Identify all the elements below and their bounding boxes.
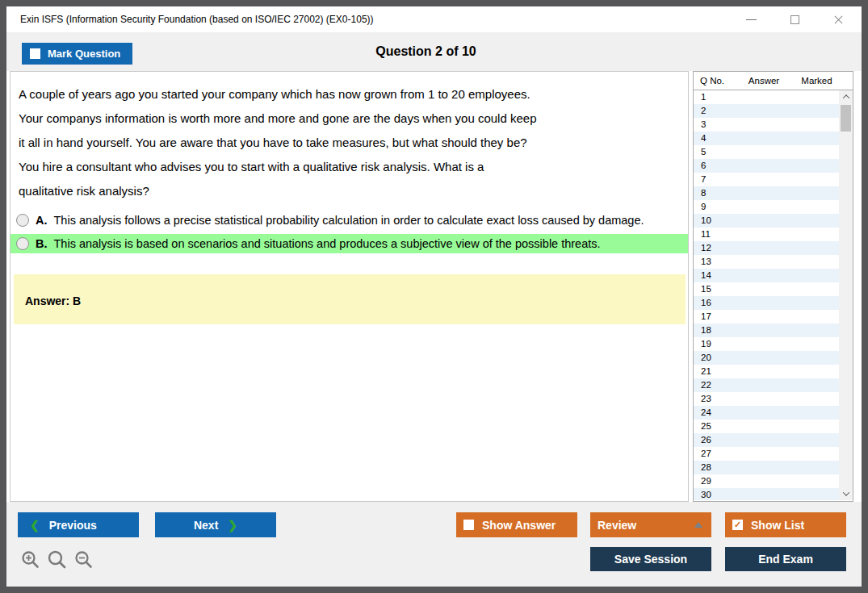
option-letter: B. <box>36 237 48 250</box>
qlist-row[interactable]: 23 <box>694 392 839 406</box>
option-text: This analysis is based on scenarios and … <box>54 237 601 250</box>
qlist-row[interactable]: 22 <box>694 378 839 392</box>
qlist-row[interactable]: 29 <box>694 474 839 488</box>
qr-answer <box>736 406 792 420</box>
radio-button-icon[interactable] <box>16 214 29 227</box>
qlist-row[interactable]: 13 <box>694 255 839 269</box>
close-icon <box>833 15 844 25</box>
mark-question-button[interactable]: Mark Question <box>22 43 132 65</box>
qlist-row[interactable]: 15 <box>694 282 839 296</box>
maximize-icon <box>790 15 799 24</box>
qr-marked <box>792 406 839 420</box>
show-list-checkbox[interactable] <box>732 520 743 530</box>
bottom-bar: ❮ Previous Next ❯ Show Answer Review Sho… <box>6 502 862 587</box>
qr-answer <box>736 145 792 159</box>
review-button[interactable]: Review <box>590 512 711 537</box>
qr-answer <box>736 255 792 269</box>
qlist-row[interactable]: 16 <box>694 296 839 310</box>
qr-marked <box>792 159 839 173</box>
qlist-row[interactable]: 26 <box>694 433 839 447</box>
qlist-scrollbar[interactable] <box>839 90 853 500</box>
qr-marked <box>792 296 839 310</box>
answer-text: Answer: B <box>25 294 81 307</box>
save-session-button[interactable]: Save Session <box>590 547 711 571</box>
qlist-row[interactable]: 14 <box>694 269 839 282</box>
next-button[interactable]: Next ❯ <box>155 512 276 537</box>
minimize-icon <box>746 19 757 20</box>
qr-marked <box>792 173 839 186</box>
maximize-button[interactable] <box>782 10 807 29</box>
qlist-row[interactable]: 28 <box>694 461 839 474</box>
close-button[interactable] <box>826 10 850 29</box>
scroll-up-button[interactable] <box>839 90 853 103</box>
column-header-marked: Marked <box>792 76 853 86</box>
qlist-row[interactable]: 20 <box>694 351 839 365</box>
qlist-row[interactable]: 17 <box>694 310 839 324</box>
qr-no: 1 <box>694 90 736 104</box>
end-exam-button[interactable]: End Exam <box>725 547 846 571</box>
qlist-row[interactable]: 12 <box>694 241 839 255</box>
minimize-button[interactable] <box>739 10 763 29</box>
qr-no: 28 <box>694 461 736 474</box>
qr-marked <box>792 145 839 159</box>
qr-marked <box>792 378 839 392</box>
qr-answer <box>736 296 792 310</box>
qr-no: 5 <box>694 145 736 159</box>
qr-no: 10 <box>694 214 736 228</box>
qlist-row[interactable]: 1 <box>694 90 839 104</box>
qr-marked <box>792 200 839 214</box>
scroll-down-button[interactable] <box>839 487 853 500</box>
scrollbar-thumb[interactable] <box>841 105 851 132</box>
option-text: This analysis follows a precise statisti… <box>54 214 644 227</box>
qlist-row[interactable]: 21 <box>694 365 839 378</box>
qr-no: 2 <box>694 104 736 118</box>
qlist-row[interactable]: 8 <box>694 186 839 200</box>
qr-no: 22 <box>694 378 736 392</box>
radio-button-icon[interactable] <box>16 237 29 250</box>
qr-answer <box>736 269 792 282</box>
show-list-button[interactable]: Show List <box>725 512 846 537</box>
qlist-row[interactable]: 27 <box>694 447 839 461</box>
qlist-row[interactable]: 4 <box>694 132 839 145</box>
qlist-row[interactable]: 11 <box>694 228 839 241</box>
mark-question-checkbox[interactable] <box>30 48 40 59</box>
review-label: Review <box>598 519 636 532</box>
qr-marked <box>792 392 839 406</box>
option-row[interactable]: A.This analysis follows a precise statis… <box>10 211 688 230</box>
save-session-label: Save Session <box>614 553 687 566</box>
qr-answer <box>736 378 792 392</box>
qlist-row[interactable]: 7 <box>694 173 839 186</box>
option-row[interactable]: B.This analysis is based on scenarios an… <box>10 234 688 253</box>
qlist-row[interactable]: 24 <box>694 406 839 420</box>
qr-no: 4 <box>694 132 736 145</box>
show-answer-button[interactable]: Show Answer <box>456 512 577 537</box>
zoom-in-icon[interactable] <box>20 549 41 570</box>
qr-marked <box>792 310 839 324</box>
previous-label: Previous <box>49 519 97 532</box>
qlist-row[interactable]: 30 <box>694 488 839 500</box>
qlist-row[interactable]: 3 <box>694 118 839 132</box>
qr-answer <box>736 159 792 173</box>
qr-answer <box>736 186 792 200</box>
qlist-row[interactable]: 5 <box>694 145 839 159</box>
column-header-qno: Q No. <box>694 76 736 86</box>
question-lines: A couple of years ago you started your c… <box>10 72 688 203</box>
qr-answer <box>736 228 792 241</box>
qlist-row[interactable]: 2 <box>694 104 839 118</box>
qlist-row[interactable]: 6 <box>694 159 839 173</box>
qlist-row[interactable]: 19 <box>694 337 839 351</box>
qlist-row[interactable]: 10 <box>694 214 839 228</box>
zoom-icon[interactable] <box>47 549 68 570</box>
previous-button[interactable]: ❮ Previous <box>18 512 139 537</box>
qlist-row[interactable]: 18 <box>694 324 839 337</box>
qr-no: 21 <box>694 365 736 378</box>
qr-answer <box>736 420 792 433</box>
qlist-row[interactable]: 25 <box>694 420 839 433</box>
qr-marked <box>792 255 839 269</box>
chevron-right-icon: ❯ <box>228 520 237 531</box>
zoom-out-icon[interactable] <box>73 549 94 570</box>
show-answer-checkbox[interactable] <box>463 520 474 530</box>
qr-marked <box>792 420 839 433</box>
qlist-row[interactable]: 9 <box>694 200 839 214</box>
qr-marked <box>792 104 839 118</box>
